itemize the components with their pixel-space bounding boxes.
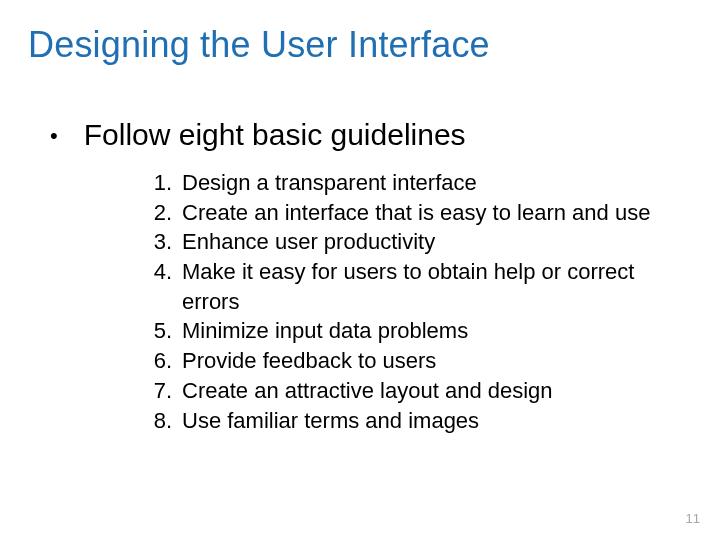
- list-number: 3.: [138, 227, 182, 257]
- list-text: Use familiar terms and images: [182, 406, 658, 436]
- numbered-list: 1. Design a transparent interface 2. Cre…: [138, 168, 658, 435]
- page-number: 11: [686, 511, 700, 526]
- list-text: Create an interface that is easy to lear…: [182, 198, 658, 228]
- bullet-icon: •: [50, 125, 58, 147]
- list-text: Make it easy for users to obtain help or…: [182, 257, 658, 316]
- list-item: 2. Create an interface that is easy to l…: [138, 198, 658, 228]
- list-number: 7.: [138, 376, 182, 406]
- list-item: 4. Make it easy for users to obtain help…: [138, 257, 658, 316]
- list-text: Create an attractive layout and design: [182, 376, 658, 406]
- list-item: 3. Enhance user productivity: [138, 227, 658, 257]
- list-number: 8.: [138, 406, 182, 436]
- list-item: 7. Create an attractive layout and desig…: [138, 376, 658, 406]
- list-text: Minimize input data problems: [182, 316, 658, 346]
- list-number: 2.: [138, 198, 182, 228]
- bullet-item: • Follow eight basic guidelines: [50, 118, 466, 152]
- bullet-text: Follow eight basic guidelines: [84, 118, 466, 152]
- list-item: 6. Provide feedback to users: [138, 346, 658, 376]
- list-item: 1. Design a transparent interface: [138, 168, 658, 198]
- list-number: 4.: [138, 257, 182, 316]
- list-text: Enhance user productivity: [182, 227, 658, 257]
- list-text: Design a transparent interface: [182, 168, 658, 198]
- slide: Designing the User Interface • Follow ei…: [0, 0, 720, 540]
- list-item: 5. Minimize input data problems: [138, 316, 658, 346]
- list-number: 1.: [138, 168, 182, 198]
- list-text: Provide feedback to users: [182, 346, 658, 376]
- list-item: 8. Use familiar terms and images: [138, 406, 658, 436]
- list-number: 5.: [138, 316, 182, 346]
- list-number: 6.: [138, 346, 182, 376]
- slide-title: Designing the User Interface: [28, 24, 490, 66]
